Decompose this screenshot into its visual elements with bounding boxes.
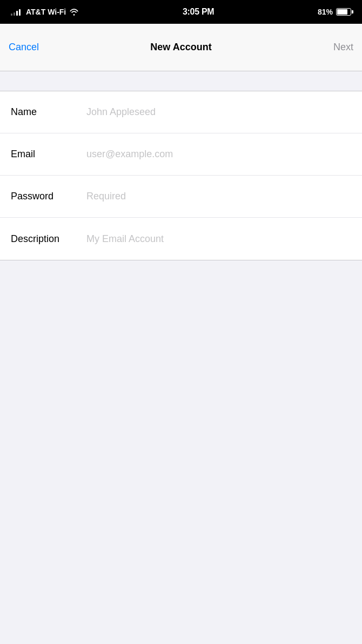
name-label: Name xyxy=(11,106,86,118)
bottom-area xyxy=(0,260,362,644)
email-field-row: Email xyxy=(0,133,362,176)
nav-bar: Cancel New Account Next xyxy=(0,24,362,71)
page-title: New Account xyxy=(150,42,211,53)
form-section: Name Email Password Description xyxy=(0,91,362,260)
carrier-label: AT&T Wi-Fi xyxy=(26,8,66,16)
status-bar: AT&T Wi-Fi 3:05 PM 81% xyxy=(0,0,362,24)
email-label: Email xyxy=(11,149,86,160)
status-left: AT&T Wi-Fi xyxy=(11,8,79,16)
password-label: Password xyxy=(11,191,86,202)
battery-icon xyxy=(336,8,351,16)
next-button[interactable]: Next xyxy=(333,37,353,57)
wifi-icon xyxy=(69,8,79,16)
password-field-row: Password xyxy=(0,176,362,218)
cancel-button[interactable]: Cancel xyxy=(9,37,39,57)
description-input[interactable] xyxy=(86,233,351,245)
description-label: Description xyxy=(11,233,86,245)
name-field-row: Name xyxy=(0,91,362,133)
status-right: 81% xyxy=(318,8,351,16)
name-input[interactable] xyxy=(86,106,351,118)
description-field-row: Description xyxy=(0,218,362,260)
signal-icon xyxy=(11,8,21,16)
email-input[interactable] xyxy=(86,149,351,160)
status-time: 3:05 PM xyxy=(183,7,214,17)
battery-percent-label: 81% xyxy=(318,8,333,16)
password-input[interactable] xyxy=(86,191,351,202)
section-spacer xyxy=(0,71,362,91)
